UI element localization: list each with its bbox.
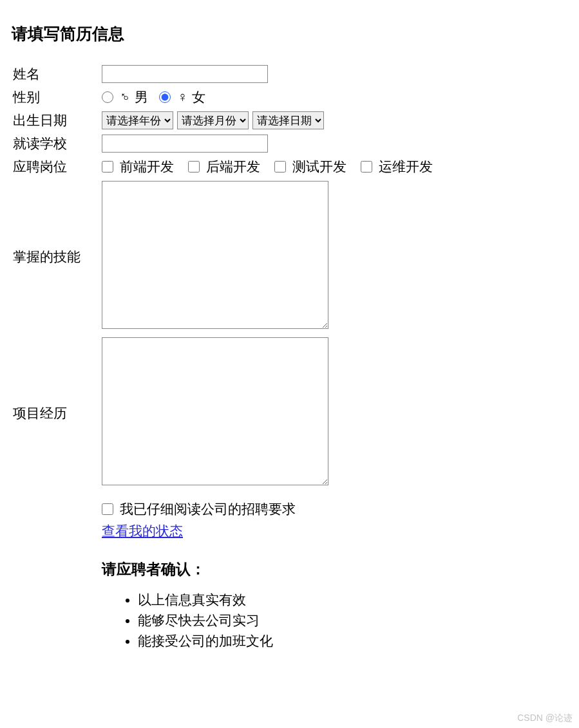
gender-female-label: 女 xyxy=(192,88,205,106)
agree-label: 我已仔细阅读公司的招聘要求 xyxy=(120,500,296,518)
name-label: 姓名 xyxy=(12,62,100,86)
school-input[interactable] xyxy=(102,135,268,153)
projects-textarea[interactable] xyxy=(102,337,328,485)
agree-checkbox[interactable] xyxy=(102,503,113,515)
birthdate-label: 出生日期 xyxy=(12,109,100,132)
skills-textarea[interactable] xyxy=(102,181,328,329)
gender-radio-male[interactable] xyxy=(102,91,113,103)
list-item: 以上信息真实有效 xyxy=(138,591,443,609)
skills-label: 掌握的技能 xyxy=(12,178,100,335)
position-label: 应聘岗位 xyxy=(12,155,100,178)
confirm-list: 以上信息真实有效 能够尽快去公司实习 能接受公司的加班文化 xyxy=(102,591,443,650)
position-label-1: 后端开发 xyxy=(206,158,260,176)
female-icon: ♀ xyxy=(177,89,188,106)
gender-male-label: 男 xyxy=(135,88,148,106)
gender-radio-female[interactable] xyxy=(159,91,171,103)
position-checkbox-devops[interactable] xyxy=(361,161,372,173)
gender-label: 性别 xyxy=(12,86,100,109)
confirm-heading: 请应聘者确认： xyxy=(102,559,443,579)
name-input[interactable] xyxy=(102,65,268,83)
position-checkbox-test[interactable] xyxy=(274,161,286,173)
confirm-block: 请应聘者确认： 以上信息真实有效 能够尽快去公司实习 能接受公司的加班文化 xyxy=(102,559,443,650)
status-link[interactable]: 查看我的状态 xyxy=(102,522,183,540)
birth-day-select[interactable]: 请选择日期 xyxy=(252,111,324,129)
school-label: 就读学校 xyxy=(12,132,100,155)
list-item: 能接受公司的加班文化 xyxy=(138,632,443,650)
resume-form: 姓名 性别 ♂男 ♀女 出生日期 请选择年份 请选择月份 请选择日期 就读学校 xyxy=(12,62,444,655)
projects-label: 项目经历 xyxy=(12,335,100,491)
position-label-3: 运维开发 xyxy=(379,158,433,176)
position-label-2: 测试开发 xyxy=(292,158,346,176)
birth-year-select[interactable]: 请选择年份 xyxy=(102,111,173,129)
male-icon: ♂ xyxy=(120,89,131,106)
list-item: 能够尽快去公司实习 xyxy=(138,611,443,630)
position-checkbox-frontend[interactable] xyxy=(102,161,113,173)
position-label-0: 前端开发 xyxy=(120,158,174,176)
birth-month-select[interactable]: 请选择月份 xyxy=(177,111,249,129)
position-checkbox-backend[interactable] xyxy=(188,161,200,173)
page-title: 请填写简历信息 xyxy=(12,23,567,44)
